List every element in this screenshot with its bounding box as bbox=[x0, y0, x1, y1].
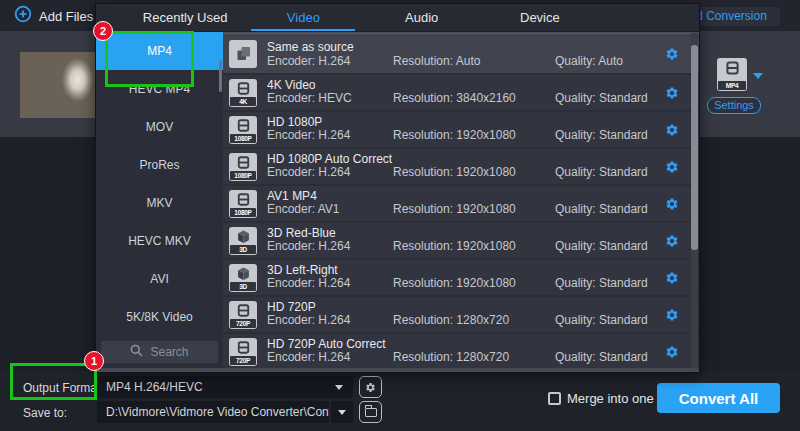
sidebar-item-label: AVI bbox=[150, 272, 168, 286]
format-dropdown-caret-icon[interactable] bbox=[753, 73, 763, 79]
chevron-down-icon bbox=[335, 385, 343, 390]
format-quality: Quality: Standard bbox=[555, 313, 648, 327]
tab-audio[interactable]: Audio bbox=[363, 4, 481, 31]
format-row[interactable]: 3D 3D Left-Right Encoder: H.264 Resoluti… bbox=[223, 260, 699, 297]
tab-device[interactable]: Device bbox=[481, 4, 599, 31]
gear-icon[interactable] bbox=[665, 197, 679, 211]
format-row[interactable]: 3D 3D Red-Blue Encoder: H.264 Resolution… bbox=[223, 223, 699, 260]
sidebar-item-label: ProRes bbox=[139, 158, 179, 172]
format-badge: 720P bbox=[230, 356, 256, 365]
format-name: HD 1080P Auto Correct bbox=[267, 152, 392, 166]
format-encoder: Encoder: H.264 bbox=[267, 276, 350, 290]
tab-bar: Recently UsedVideoAudioDevice bbox=[96, 4, 699, 32]
save-to-dropdown-button[interactable] bbox=[331, 401, 353, 423]
sidebar-scrollbar[interactable] bbox=[219, 60, 222, 92]
format-resolution: Resolution: 1280x720 bbox=[393, 350, 509, 364]
format-name: Same as source bbox=[267, 40, 354, 54]
sidebar-item-label: 5K/8K Video bbox=[126, 310, 193, 324]
list-scrollbar-thumb[interactable] bbox=[691, 45, 698, 250]
mp4-file-icon: MP4 bbox=[717, 58, 747, 91]
format-row[interactable]: 720P HD 720P Auto Correct Encoder: H.264… bbox=[223, 334, 699, 369]
tab-label: Device bbox=[520, 10, 560, 25]
format-resolution: Resolution: 1280x720 bbox=[393, 313, 509, 327]
format-resolution: Resolution: Auto bbox=[393, 54, 480, 68]
format-type-icon: 720P bbox=[229, 338, 257, 366]
sidebar-item-hevc-mp4[interactable]: HEVC MP4 bbox=[96, 70, 223, 108]
format-name: HD 720P bbox=[267, 300, 316, 314]
format-settings-button[interactable] bbox=[359, 376, 382, 398]
sidebar-item-avi[interactable]: AVI bbox=[96, 260, 223, 298]
gear-icon[interactable] bbox=[665, 160, 679, 174]
sidebar-item-label: MP4 bbox=[147, 44, 172, 58]
add-plus-icon bbox=[14, 5, 32, 27]
format-badge: 1080P bbox=[230, 171, 256, 180]
format-encoder: Encoder: H.264 bbox=[267, 239, 350, 253]
sidebar-item-hevc-mkv[interactable]: HEVC MKV bbox=[96, 222, 223, 260]
format-category-sidebar: MP4HEVC MP4MOVProResMKVHEVC MKVAVI5K/8K … bbox=[96, 32, 223, 369]
gear-icon bbox=[365, 382, 376, 393]
sidebar-item-mkv[interactable]: MKV bbox=[96, 184, 223, 222]
format-name: HD 720P Auto Correct bbox=[267, 337, 386, 351]
format-row[interactable]: 1080P AV1 MP4 Encoder: AV1 Resolution: 1… bbox=[223, 186, 699, 223]
format-type-icon: 720P bbox=[229, 301, 257, 329]
format-badge: 1080P bbox=[230, 208, 256, 217]
sidebar-item-mp4[interactable]: MP4 bbox=[96, 32, 223, 70]
search-input[interactable]: Search bbox=[101, 341, 218, 363]
format-encoder: Encoder: H.264 bbox=[267, 128, 350, 142]
save-to-field[interactable]: D:\Vidmore\Vidmore Video Converter\Conve… bbox=[97, 401, 329, 423]
format-encoder: Encoder: H.264 bbox=[267, 165, 350, 179]
gear-icon[interactable] bbox=[665, 86, 679, 100]
gear-icon[interactable] bbox=[665, 271, 679, 285]
format-row[interactable]: 1080P HD 1080P Auto Correct Encoder: H.2… bbox=[223, 149, 699, 186]
format-type-icon: 1080P bbox=[229, 190, 257, 218]
format-quality: Quality: Standard bbox=[555, 350, 648, 364]
format-resolution: Resolution: 3840x2160 bbox=[393, 91, 516, 105]
gear-icon[interactable] bbox=[665, 308, 679, 322]
format-quality: Quality: Auto bbox=[555, 54, 623, 68]
format-quality: Quality: Standard bbox=[555, 239, 648, 253]
tab-recently-used[interactable]: Recently Used bbox=[126, 4, 244, 31]
output-format-select[interactable]: MP4 H.264/HEVC bbox=[97, 376, 353, 398]
tab-video[interactable]: Video bbox=[244, 4, 362, 31]
format-badge: 1080P bbox=[230, 134, 256, 143]
format-row[interactable]: 1080P HD 1080P Encoder: H.264 Resolution… bbox=[223, 112, 699, 149]
format-type-icon: 4K bbox=[229, 79, 257, 107]
format-resolution: Resolution: 1920x1080 bbox=[393, 165, 516, 179]
format-type-icon: 1080P bbox=[229, 116, 257, 144]
format-name: AV1 MP4 bbox=[267, 189, 317, 203]
tab-label: Recently Used bbox=[143, 10, 228, 25]
sidebar-item-label: HEVC MP4 bbox=[129, 82, 190, 96]
gear-icon[interactable] bbox=[665, 123, 679, 137]
format-row[interactable]: 720P HD 720P Encoder: H.264 Resolution: … bbox=[223, 297, 699, 334]
format-badge: 3D bbox=[230, 245, 256, 254]
output-format-icon[interactable]: MP4 bbox=[717, 58, 747, 91]
output-format-value: MP4 H.264/HEVC bbox=[106, 380, 203, 394]
save-to-value: D:\Vidmore\Vidmore Video Converter\Conve… bbox=[106, 405, 329, 419]
format-name: 4K Video bbox=[267, 78, 316, 92]
gear-icon[interactable] bbox=[665, 234, 679, 248]
format-encoder: Encoder: H.264 bbox=[267, 54, 350, 68]
format-badge: MP4 bbox=[718, 81, 746, 90]
format-quality: Quality: Standard bbox=[555, 276, 648, 290]
format-row[interactable]: Same as source Encoder: H.264 Resolution… bbox=[223, 33, 699, 75]
sidebar-item-mov[interactable]: MOV bbox=[96, 108, 223, 146]
gear-icon[interactable] bbox=[665, 47, 679, 61]
output-format-popup: Recently UsedVideoAudioDevice MP4HEVC MP… bbox=[95, 3, 700, 373]
sidebar-item-prores[interactable]: ProRes bbox=[96, 146, 223, 184]
sidebar-item-label: MOV bbox=[146, 120, 173, 134]
format-resolution: Resolution: 1920x1080 bbox=[393, 128, 516, 142]
convert-all-button[interactable]: Convert All bbox=[657, 383, 780, 413]
format-rows: Same as source Encoder: H.264 Resolution… bbox=[223, 33, 699, 369]
merge-checkbox[interactable] bbox=[548, 392, 561, 405]
format-name: 3D Red-Blue bbox=[267, 226, 336, 240]
gear-icon[interactable] bbox=[665, 345, 679, 359]
format-quality: Quality: Standard bbox=[555, 91, 648, 105]
open-folder-button[interactable] bbox=[359, 401, 382, 423]
format-row[interactable]: 4K 4K Video Encoder: HEVC Resolution: 38… bbox=[223, 75, 699, 112]
settings-button[interactable]: Settings bbox=[707, 97, 761, 114]
format-resolution: Resolution: 1920x1080 bbox=[393, 239, 516, 253]
format-type-icon bbox=[229, 40, 257, 68]
format-name: 3D Left-Right bbox=[267, 263, 338, 277]
format-type-icon: 3D bbox=[229, 227, 257, 255]
sidebar-item-5k-8k-video[interactable]: 5K/8K Video bbox=[96, 298, 223, 336]
